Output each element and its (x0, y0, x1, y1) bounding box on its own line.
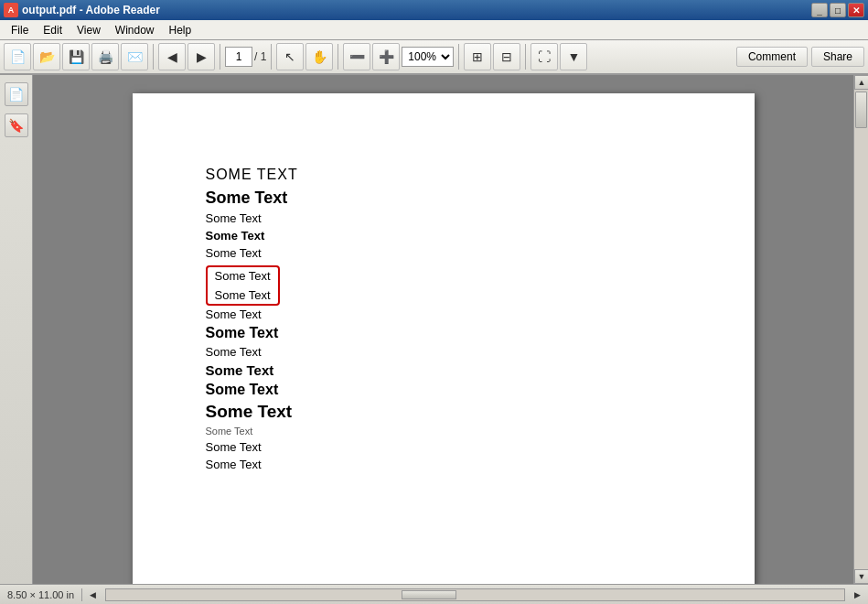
maximize-button[interactable]: □ (830, 3, 846, 17)
hscroll-left-button[interactable]: ◀ (90, 590, 96, 599)
menu-bar: File Edit View Window Help (0, 20, 868, 40)
pdf-line-13: Some Text (206, 402, 681, 422)
zoom-marquee-button[interactable]: ⛶ (530, 43, 558, 70)
close-button[interactable]: ✕ (848, 3, 864, 17)
menu-window[interactable]: Window (108, 22, 162, 38)
share-button[interactable]: Share (811, 47, 864, 67)
scroll-up-button[interactable]: ▲ (854, 75, 868, 90)
pdf-line-14: Some Text (206, 426, 681, 437)
page-number-input[interactable] (225, 47, 252, 67)
scroll-track[interactable] (854, 90, 868, 569)
pdf-line-5: Some Text (206, 246, 681, 260)
bookmarks-panel-button[interactable]: 🔖 (5, 113, 28, 137)
hscroll-thumb[interactable] (402, 590, 456, 599)
minimize-button[interactable]: _ (811, 3, 828, 17)
new-button[interactable]: 📄 (4, 43, 31, 70)
zoom-select[interactable]: 100% (402, 47, 454, 67)
menu-help[interactable]: Help (162, 22, 199, 38)
scroll-thumb[interactable] (855, 92, 867, 128)
select-tool-button[interactable]: ↖ (276, 43, 304, 70)
pdf-line-8: Some Text (206, 307, 681, 321)
toolbar-separator-1 (153, 44, 154, 70)
hand-tool-button[interactable]: ✋ (305, 43, 333, 70)
toolbar-separator-2 (220, 44, 220, 70)
pdf-viewer[interactable]: SOME TEXT Some Text Some Text Some Text … (33, 75, 853, 584)
scroll-down-button[interactable]: ▼ (854, 569, 868, 584)
comment-button[interactable]: Comment (736, 47, 808, 67)
pdf-line-16: Some Text (206, 458, 681, 471)
status-bar: 8.50 × 11.00 in ◀ ▶ (0, 584, 868, 604)
title-bar: A output.pdf - Adobe Reader _ □ ✕ (0, 0, 868, 20)
pdf-content: SOME TEXT Some Text Some Text Some Text … (206, 167, 681, 471)
pdf-line-1: SOME TEXT (206, 167, 681, 183)
fit-width-button[interactable]: ⊟ (493, 43, 520, 70)
page-total: / 1 (254, 50, 266, 63)
app-icon-label: A (8, 5, 15, 15)
menu-view[interactable]: View (70, 22, 108, 38)
pages-panel-button[interactable]: 📄 (5, 82, 28, 106)
hscroll-right-button[interactable]: ▶ (854, 590, 861, 599)
status-separator (81, 588, 82, 601)
horizontal-scrollbar[interactable] (105, 588, 845, 601)
zoom-in-button[interactable]: ➕ (372, 43, 400, 70)
pdf-line-4: Some Text (206, 229, 681, 243)
toolbar-separator-3 (271, 44, 272, 70)
main-area: 📄 🔖 SOME TEXT Some Text Some Text Some T… (0, 75, 868, 584)
toolbar-separator-6 (525, 44, 526, 70)
pdf-line-11: Some Text (206, 362, 681, 378)
pdf-page: SOME TEXT Some Text Some Text Some Text … (133, 93, 755, 584)
pdf-line-10: Some Text (206, 345, 681, 359)
zoom-dropdown-button[interactable]: ▼ (560, 43, 587, 70)
toolbar-separator-5 (458, 44, 459, 70)
forward-button[interactable]: ▶ (188, 43, 215, 70)
red-box-highlight: Some Text Some Text (206, 265, 280, 306)
window-controls[interactable]: _ □ ✕ (811, 3, 864, 17)
menu-edit[interactable]: Edit (36, 22, 70, 38)
pdf-line-3: Some Text (206, 211, 681, 225)
save-button[interactable]: 💾 (62, 43, 90, 70)
pdf-line-6: Some Text (215, 269, 271, 283)
menu-file[interactable]: File (4, 22, 36, 38)
window-title: output.pdf - Adobe Reader (22, 4, 160, 16)
left-sidebar: 📄 🔖 (0, 75, 33, 584)
open-button[interactable]: 📂 (33, 43, 60, 70)
pdf-line-9: Some Text (206, 325, 681, 341)
back-button[interactable]: ◀ (158, 43, 186, 70)
pdf-line-7: Some Text (215, 288, 271, 302)
toolbar-right: Comment Share (736, 47, 864, 67)
pdf-line-15: Some Text (206, 440, 681, 454)
fit-page-button[interactable]: ⊞ (464, 43, 491, 70)
toolbar: 📄 📂 💾 🖨️ ✉️ ◀ ▶ / 1 ↖ ✋ ➖ ➕ 100% ⊞ ⊟ ⛶ ▼… (0, 40, 868, 75)
zoom-out-button[interactable]: ➖ (343, 43, 370, 70)
app-icon: A (4, 3, 18, 17)
page-dimensions: 8.50 × 11.00 in (7, 589, 74, 600)
email-button[interactable]: ✉️ (121, 43, 148, 70)
pdf-line-12: Some Text (206, 382, 681, 398)
pdf-line-2: Some Text (206, 189, 681, 208)
toolbar-separator-4 (338, 44, 338, 70)
page-navigation: / 1 (225, 47, 266, 67)
print-button[interactable]: 🖨️ (91, 43, 119, 70)
vertical-scrollbar[interactable]: ▲ ▼ (853, 75, 868, 584)
